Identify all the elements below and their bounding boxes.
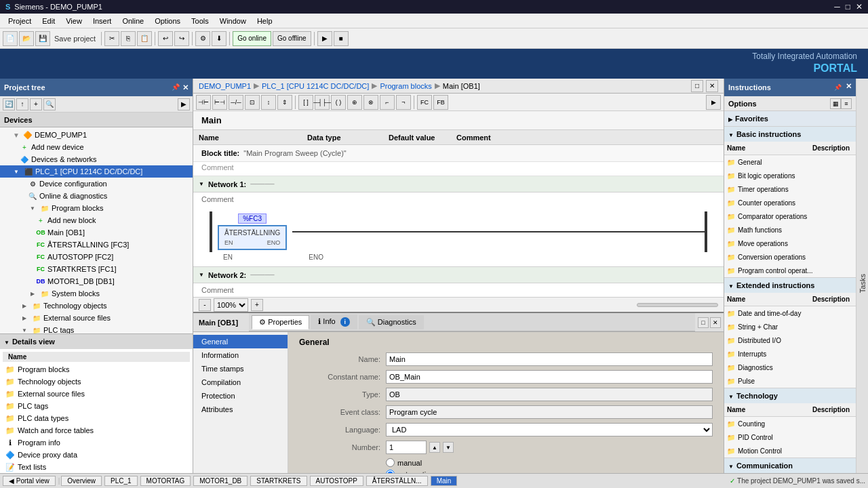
menu-project[interactable]: Project <box>3 16 37 26</box>
menu-edit[interactable]: Edit <box>37 16 60 26</box>
details-item-ext-src[interactable]: 📁 External source files <box>3 388 190 400</box>
maximize-btn[interactable]: □ <box>846 2 850 12</box>
options-grid-btn[interactable]: ▦ <box>830 98 841 109</box>
tree-tech-objects[interactable]: ▶ 📁 Technology objects <box>0 300 193 312</box>
ed-tool-close-branch[interactable]: ¬ <box>396 95 411 110</box>
tab-info[interactable]: ℹ Info i <box>311 314 357 329</box>
tree-nav-right[interactable]: ▶ <box>178 98 190 110</box>
tree-tool-3[interactable]: + <box>30 98 42 110</box>
number-down[interactable]: ▼ <box>443 442 454 453</box>
tree-device-config[interactable]: ⚙ Device configuration <box>0 178 193 190</box>
statusbar-motor1db[interactable]: MOTOR1_DB <box>193 476 248 486</box>
ed-tool-6[interactable]: ⇕ <box>277 95 292 110</box>
inst-timer[interactable]: 📁 Timer operations <box>724 182 856 196</box>
tab-properties[interactable]: ⚙ Properties <box>252 315 309 329</box>
start-sim-btn[interactable]: ▶ <box>317 31 332 46</box>
close-btn[interactable]: ✕ <box>856 2 863 12</box>
tree-close-btn[interactable]: ✕ <box>182 83 189 92</box>
tree-plc-tags[interactable]: ▼ 📁 PLC tags <box>0 324 193 333</box>
cut-btn[interactable]: ✂ <box>104 31 119 46</box>
zoom-select[interactable]: 100% 75% 50% 150% 200% <box>214 298 248 312</box>
inst-counting[interactable]: 📁 Counting <box>724 417 856 430</box>
radio-manual[interactable] <box>386 458 395 467</box>
menu-tools[interactable]: Tools <box>186 16 214 26</box>
basic-inst-header[interactable]: Basic instructions <box>724 127 856 142</box>
inst-general[interactable]: 📁 General <box>724 155 856 169</box>
menu-insert[interactable]: Insert <box>87 16 117 26</box>
inst-conversion[interactable]: 📁 Conversion operations <box>724 250 856 264</box>
breadcrumb-3[interactable]: Program blocks <box>380 82 431 90</box>
ed-tool-1[interactable]: ⊣⊢ <box>196 95 211 110</box>
inst-prog-ctrl[interactable]: 📁 Program control operat... <box>724 264 856 277</box>
statusbar-startkrets[interactable]: STARTKRETS <box>250 476 307 486</box>
statusbar-aterstall[interactable]: ÅTERSTÄLLN... <box>366 476 428 486</box>
prop-sidebar-protection[interactable]: Protection <box>193 389 288 403</box>
statusbar-main[interactable]: Main <box>431 476 458 486</box>
tech-header[interactable]: Technology <box>724 388 856 403</box>
tree-tool-1[interactable]: 🔄 <box>3 98 15 110</box>
open-btn[interactable]: 📂 <box>19 31 34 46</box>
inst-pulse[interactable]: 📁 Pulse <box>724 374 856 388</box>
tree-search[interactable]: 🔍 <box>43 98 56 110</box>
details-item-plc-tags[interactable]: 📁 PLC tags <box>3 400 190 412</box>
comm-header[interactable]: Communication <box>724 458 856 473</box>
compile-btn[interactable]: ⚙ <box>195 31 210 46</box>
minimize-btn[interactable]: ─ <box>834 2 840 12</box>
name-input[interactable] <box>386 352 713 366</box>
details-item-plc-dt[interactable]: 📁 PLC data types <box>3 412 190 424</box>
tree-fc2[interactable]: FC AUTOSTOPP [FC2] <box>0 251 193 263</box>
number-up[interactable]: ▲ <box>429 442 440 453</box>
statusbar-motortag[interactable]: MOTORTAG <box>140 476 191 486</box>
go-offline-btn[interactable]: Go offline <box>273 31 311 46</box>
menu-options[interactable]: Options <box>149 16 186 26</box>
tasks-tab[interactable]: Tasks <box>856 79 868 488</box>
statusbar-portal-view[interactable]: ◀ Portal view <box>3 476 56 486</box>
tree-online-diag[interactable]: 🔍 Online & diagnostics <box>0 190 193 202</box>
tree-add-device[interactable]: + Add new device <box>0 141 193 153</box>
net1-expand[interactable] <box>199 181 204 187</box>
number-input[interactable] <box>386 441 427 454</box>
statusbar-overview[interactable]: Overview <box>61 476 102 486</box>
details-item-prog-info[interactable]: ℹ Program info <box>3 436 190 449</box>
language-select[interactable]: LAD FBD STL SCL <box>386 423 713 436</box>
tree-devices-networks[interactable]: 🔷 Devices & networks <box>0 153 193 165</box>
ed-tool-11[interactable]: ⊗ <box>363 95 378 110</box>
undo-btn[interactable]: ↩ <box>158 31 173 46</box>
inst-pin-btn[interactable]: 📌 <box>832 82 843 93</box>
details-item-text-lists[interactable]: 📝 Text lists <box>3 461 190 473</box>
save-btn[interactable]: 💾 <box>35 31 50 46</box>
favorites-header[interactable]: Favorites <box>724 111 856 126</box>
breadcrumb-btn-close[interactable]: ✕ <box>706 80 718 92</box>
statusbar-autostopp[interactable]: AUTOSTOPP <box>310 476 363 486</box>
tree-root[interactable]: ▼ 🔶 DEMO_PUMP1 <box>0 129 193 141</box>
new-btn[interactable]: 📄 <box>3 31 18 46</box>
net1-fc3-block[interactable]: ÅTERSTÄLLNING EN ENO <box>218 225 287 250</box>
tree-fc1[interactable]: FC STARTKRETS [FC1] <box>0 263 193 275</box>
paste-btn[interactable]: 📋 <box>137 31 152 46</box>
ed-tool-7[interactable]: [ ] <box>298 95 313 110</box>
inst-comparator[interactable]: 📁 Comparator operations <box>724 209 856 223</box>
inst-interrupts[interactable]: 📁 Interrupts <box>724 347 856 361</box>
inst-math[interactable]: 📁 Math functions <box>724 223 856 237</box>
ed-tool-5[interactable]: ↕ <box>261 95 276 110</box>
menu-view[interactable]: View <box>60 16 87 26</box>
breadcrumb-1[interactable]: DEMO_PUMP1 <box>199 82 251 90</box>
ext-inst-header[interactable]: Extended instructions <box>724 278 856 293</box>
ed-insert-fb[interactable]: FB <box>433 95 448 110</box>
statusbar-plc1[interactable]: PLC_1 <box>104 476 138 486</box>
tree-fc3[interactable]: FC ÅTERSTÄLLNING [FC3] <box>0 239 193 251</box>
prop-sidebar-attributes[interactable]: Attributes <box>193 403 288 416</box>
inst-distrib-io[interactable]: 📁 Distributed I/O <box>724 333 856 347</box>
tree-main-ob1[interactable]: OB Main [OB1] <box>0 226 193 239</box>
inst-close-btn[interactable]: ✕ <box>846 82 852 93</box>
ed-tool-2[interactable]: ⊢⊣ <box>212 95 227 110</box>
tree-system-blocks[interactable]: ▶ 📁 System blocks <box>0 287 193 300</box>
inst-motion[interactable]: 📁 Motion Control <box>724 444 856 458</box>
inst-pid[interactable]: 📁 PID Control <box>724 430 856 444</box>
inst-counter[interactable]: 📁 Counter operations <box>724 196 856 209</box>
inst-diagnostics[interactable]: 📁 Diagnostics <box>724 361 856 374</box>
zoom-in-btn[interactable]: + <box>251 299 263 311</box>
inst-string-char[interactable]: 📁 String + Char <box>724 320 856 333</box>
ed-tool-10[interactable]: ⊕ <box>347 95 362 110</box>
details-item-watch[interactable]: 📁 Watch and force tables <box>3 424 190 436</box>
